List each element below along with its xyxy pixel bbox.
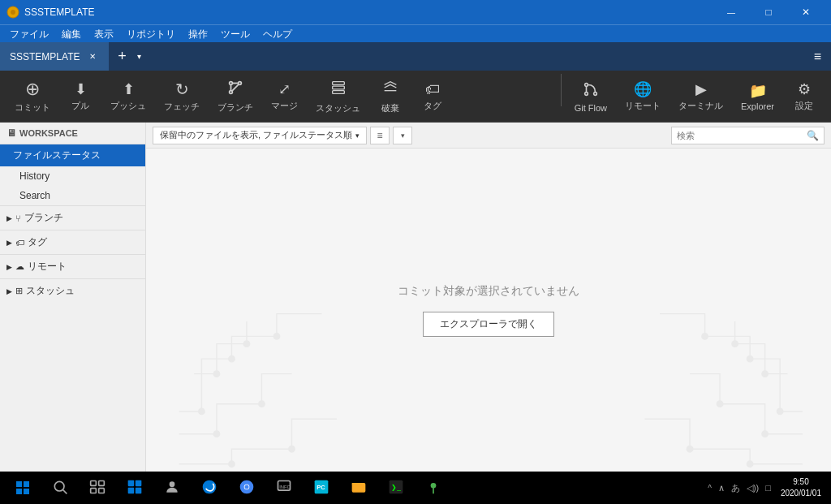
open-in-explorer-button[interactable]: エクスプローラで開く: [423, 312, 554, 337]
chevron-right-icon-tag: ▶: [6, 239, 12, 247]
search-box[interactable]: 🔍: [671, 127, 825, 144]
svg-point-32: [762, 371, 768, 377]
tag-button[interactable]: 🏷 タグ: [412, 74, 453, 119]
terminal-button[interactable]: ▶ ターミナル: [670, 74, 731, 119]
taskbar-ime-icon[interactable]: あ: [731, 482, 740, 494]
commit-button[interactable]: ⊕ コミット: [6, 74, 58, 119]
menu-file[interactable]: ファイル: [3, 25, 55, 43]
remote-button[interactable]: 🌐 リモート: [617, 74, 669, 119]
taskbar-search[interactable]: [42, 472, 78, 504]
maximize-icon: [765, 6, 771, 18]
search-input[interactable]: [677, 131, 807, 140]
pull-button[interactable]: ⬇ プル: [60, 74, 101, 119]
view-dropdown-button[interactable]: ▾: [393, 127, 412, 144]
discard-button[interactable]: 破棄: [370, 74, 411, 119]
svg-rect-35: [24, 481, 29, 487]
sidebar-section-remote[interactable]: ▶ ☁ リモート: [0, 254, 145, 278]
sidebar: 🖥 WORKSPACE ファイルステータス History Search ▶ ⑂…: [0, 123, 146, 472]
sidebar-section-branch[interactable]: ▶ ⑂ ブランチ: [0, 205, 145, 230]
taskbar-terminal[interactable]: ❯_: [378, 472, 414, 504]
stash-button[interactable]: スタッシュ: [308, 74, 368, 119]
tab-dropdown-button[interactable]: ▾: [134, 52, 144, 61]
menu-repository[interactable]: リポジトリ: [120, 25, 182, 43]
empty-state: コミット対象が選択されていません エクスプローラで開く: [146, 149, 831, 472]
chevron-right-icon-remote: ▶: [6, 263, 12, 271]
stash-icon: [329, 79, 347, 101]
minimize-button[interactable]: [713, 0, 750, 24]
svg-rect-42: [91, 489, 97, 493]
filter-dropdown[interactable]: 保留中のファイルを表示, ファイルステータス順 ▾: [153, 127, 367, 144]
explorer-button[interactable]: 📁 Explorer: [733, 74, 782, 119]
taskbar-edge[interactable]: [192, 472, 227, 504]
sidebar-item-search[interactable]: Search: [0, 186, 145, 205]
svg-line-7: [232, 84, 239, 91]
sidebar-section-tag[interactable]: ▶ 🏷 タグ: [0, 230, 145, 254]
menu-edit[interactable]: 編集: [55, 25, 88, 43]
taskbar-apps: INFO PC ❯_: [42, 472, 704, 504]
taskbar-caret-icon[interactable]: ^: [708, 484, 712, 493]
menu-action[interactable]: 操作: [182, 25, 214, 43]
svg-point-3: [239, 82, 242, 85]
close-button[interactable]: [787, 0, 825, 24]
new-tab-button[interactable]: +: [110, 42, 134, 71]
gitflow-button[interactable]: Git Flow: [566, 74, 615, 119]
taskbar-store[interactable]: [117, 472, 153, 504]
menu-view[interactable]: 表示: [88, 25, 120, 43]
main-area: 🖥 WORKSPACE ファイルステータス History Search ▶ ⑂…: [0, 123, 831, 472]
view-list-button[interactable]: ≡: [370, 127, 390, 144]
taskbar-maps[interactable]: [416, 472, 451, 504]
sidebar-item-file-status[interactable]: ファイルステータス: [0, 144, 145, 166]
svg-point-19: [229, 355, 235, 361]
pull-icon: ⬇: [75, 80, 87, 98]
tabbar: SSSTEMPLATE ✕ + ▾ ≡: [0, 42, 831, 71]
remote-icon: 🌐: [634, 80, 652, 98]
tab-close-button[interactable]: ✕: [86, 50, 99, 63]
taskbar-chrome[interactable]: [229, 472, 265, 504]
titlebar-title: SSSTEMPLATE: [24, 6, 713, 18]
svg-point-1: [11, 10, 15, 15]
menu-dots-button[interactable]: ≡: [804, 50, 831, 64]
window-controls: [713, 0, 825, 24]
repo-tab[interactable]: SSSTEMPLATE ✕: [0, 42, 110, 71]
svg-rect-43: [99, 489, 105, 493]
taskbar-app7[interactable]: INFO: [266, 472, 302, 504]
toolbar-right: Git Flow 🌐 リモート ▶ ターミナル 📁 Explorer ⚙ 設定: [558, 74, 825, 119]
svg-point-18: [199, 408, 205, 414]
taskbar-clock[interactable]: 9:50 2020/01/01: [777, 476, 825, 499]
menu-tools[interactable]: ツール: [214, 25, 256, 43]
taskbar-app8[interactable]: PC: [304, 472, 339, 504]
taskbar-notifications-icon[interactable]: □: [765, 483, 771, 493]
merge-icon: ⤢: [278, 80, 291, 98]
filter-label: 保留中のファイルを表示, ファイルステータス順: [160, 129, 352, 141]
svg-rect-44: [128, 480, 135, 487]
svg-point-21: [229, 461, 235, 467]
settings-button[interactable]: ⚙ 設定: [784, 74, 825, 119]
sidebar-item-history[interactable]: History: [0, 166, 145, 186]
menubar: ファイル 編集 表示 リポジトリ 操作 ツール ヘルプ: [0, 24, 831, 42]
svg-point-17: [259, 401, 265, 407]
stash-section-icon: ⊞: [15, 286, 23, 296]
background-decoration: [146, 149, 831, 472]
svg-point-33: [732, 341, 738, 347]
gitflow-icon: [582, 80, 600, 101]
svg-rect-8: [332, 81, 344, 84]
svg-point-27: [777, 408, 782, 414]
taskbar-task-view[interactable]: [80, 472, 115, 504]
menu-help[interactable]: ヘルプ: [256, 25, 299, 43]
branch-button[interactable]: ブランチ: [209, 74, 261, 119]
svg-rect-37: [24, 489, 29, 494]
svg-point-29: [702, 334, 708, 339]
svg-rect-46: [128, 488, 135, 494]
chevron-right-icon-stash: ▶: [6, 287, 12, 295]
push-button[interactable]: ⬆ プッシュ: [102, 74, 154, 119]
maximize-button[interactable]: [750, 0, 787, 24]
start-button[interactable]: [6, 472, 39, 504]
fetch-button[interactable]: ↻ フェッチ: [156, 74, 208, 119]
branch-section-icon: ⑂: [15, 213, 21, 223]
taskbar-volume-icon[interactable]: ◁)): [747, 483, 759, 493]
sidebar-section-stash[interactable]: ▶ ⊞ スタッシュ: [0, 278, 145, 303]
merge-button[interactable]: ⤢ マージ: [263, 74, 306, 119]
taskbar-system-tray: ^ ∧ あ ◁)) □ 9:50 2020/01/01: [708, 476, 825, 499]
taskbar-people[interactable]: [154, 472, 190, 504]
taskbar-explorer[interactable]: [341, 472, 377, 504]
